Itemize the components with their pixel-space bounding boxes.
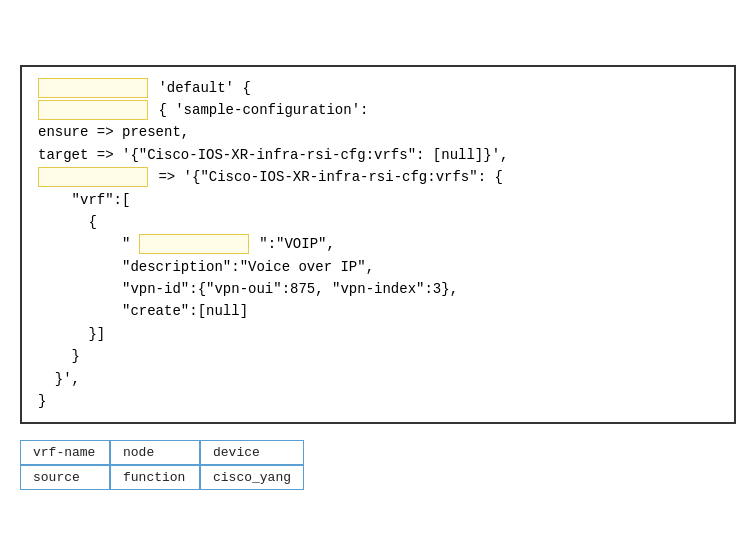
code-line-13: } bbox=[38, 345, 718, 367]
highlight-box-2[interactable] bbox=[38, 100, 148, 120]
code-line-3: ensure => present, bbox=[38, 121, 718, 143]
code-line-14: }', bbox=[38, 368, 718, 390]
code-line-4: target => '{"Cisco-IOS-XR-infra-rsi-cfg:… bbox=[38, 144, 718, 166]
code-text-15: } bbox=[38, 390, 46, 412]
code-line-12: }] bbox=[38, 323, 718, 345]
code-line-9: "description":"Voice over IP", bbox=[38, 256, 718, 278]
highlight-box-4[interactable] bbox=[139, 234, 249, 254]
token-node[interactable]: node bbox=[110, 440, 200, 465]
code-line-5: => '{"Cisco-IOS-XR-infra-rsi-cfg:vrfs": … bbox=[38, 166, 718, 188]
token-cisco-yang[interactable]: cisco_yang bbox=[200, 465, 304, 490]
code-text-6: "vrf":[ bbox=[38, 189, 130, 211]
code-text-8a: " bbox=[38, 233, 139, 255]
code-line-6: "vrf":[ bbox=[38, 189, 718, 211]
code-text-11: "create":[null] bbox=[38, 300, 248, 322]
token-function[interactable]: function bbox=[110, 465, 200, 490]
token-device[interactable]: device bbox=[200, 440, 304, 465]
code-text-10: "vpn-id":{"vpn-oui":875, "vpn-index":3}, bbox=[38, 278, 458, 300]
code-line-8: " ":"VOIP", bbox=[38, 233, 718, 255]
token-grid: vrf-name node device source function cis… bbox=[20, 440, 304, 490]
code-text-8b: ":"VOIP", bbox=[251, 233, 335, 255]
code-text-7: { bbox=[38, 211, 97, 233]
code-line-1: 'default' { bbox=[38, 77, 718, 99]
code-line-15: } bbox=[38, 390, 718, 412]
code-text-4: target => '{"Cisco-IOS-XR-infra-rsi-cfg:… bbox=[38, 144, 508, 166]
code-text-9: "description":"Voice over IP", bbox=[38, 256, 374, 278]
code-text-2: { 'sample-configuration': bbox=[150, 99, 368, 121]
token-source[interactable]: source bbox=[20, 465, 110, 490]
code-line-10: "vpn-id":{"vpn-oui":875, "vpn-index":3}, bbox=[38, 278, 718, 300]
code-text-13: } bbox=[38, 345, 80, 367]
code-text-5: => '{"Cisco-IOS-XR-infra-rsi-cfg:vrfs": … bbox=[150, 166, 503, 188]
code-text-14: }', bbox=[38, 368, 80, 390]
code-line-7: { bbox=[38, 211, 718, 233]
code-text-12: }] bbox=[38, 323, 105, 345]
highlight-box-1[interactable] bbox=[38, 78, 148, 98]
token-vrf-name[interactable]: vrf-name bbox=[20, 440, 110, 465]
code-line-2: { 'sample-configuration': bbox=[38, 99, 718, 121]
highlight-box-3[interactable] bbox=[38, 167, 148, 187]
code-line-11: "create":[null] bbox=[38, 300, 718, 322]
code-text-1: 'default' { bbox=[150, 77, 251, 99]
code-block: 'default' { { 'sample-configuration': en… bbox=[20, 65, 736, 425]
main-container: 'default' { { 'sample-configuration': en… bbox=[20, 65, 736, 491]
code-text-3: ensure => present, bbox=[38, 121, 189, 143]
